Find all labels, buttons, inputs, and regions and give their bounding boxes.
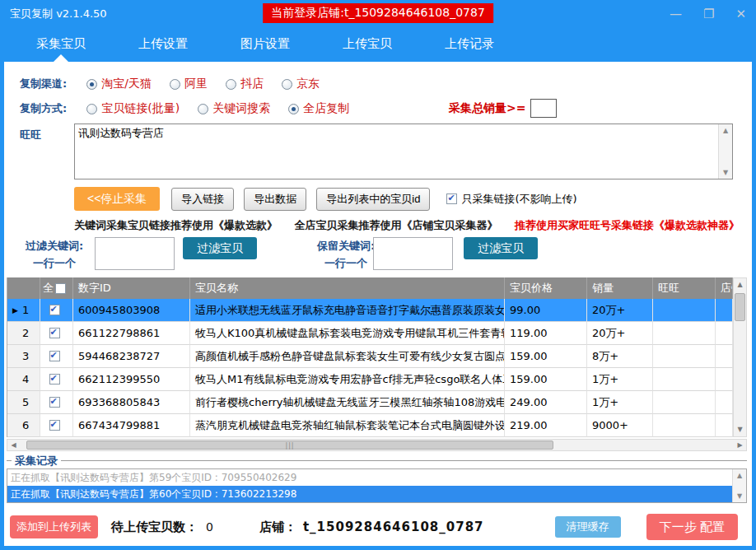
scroll-down-icon[interactable]: ▼ — [734, 423, 746, 436]
table-row[interactable]: ▶3 594468238727 高颜值机械手感粉色静音键盘鼠标套装女生可爱有线少… — [7, 345, 733, 368]
filter-items-button[interactable]: 过滤宝贝 — [183, 237, 257, 259]
tab-label: 图片设置 — [240, 36, 290, 51]
row-checkbox[interactable] — [49, 397, 60, 408]
radio-whole-store-copy[interactable]: 全店复制 — [288, 101, 349, 116]
filter-items-keep-button[interactable]: 过滤宝贝 — [464, 237, 538, 259]
row-checkbox[interactable] — [49, 328, 60, 338]
scrollbar-grip-icon: ||| — [285, 442, 294, 450]
table-row[interactable]: ▶2 661122798861 牧马人K100真机械键盘鼠标套装电竞游戏专用键鼠… — [7, 322, 733, 345]
scroll-down-icon[interactable]: ▼ — [719, 166, 732, 179]
tab-label: 上传宝贝 — [343, 36, 392, 51]
minimize-icon[interactable]: — — [670, 8, 682, 21]
select-all-checkbox-icon[interactable] — [55, 283, 66, 294]
scrollbar-thumb[interactable]: ||| — [26, 440, 553, 450]
radio-keyword-search[interactable]: 关键词搜索 — [198, 101, 270, 116]
cell-price: 159.00 — [505, 368, 587, 391]
cell-wangwang — [653, 368, 716, 391]
tab-label: 上传记录 — [445, 36, 494, 51]
scroll-up-icon[interactable]: ▲ — [734, 278, 746, 291]
add-to-upload-list-button[interactable]: 添加到上传列表 — [10, 515, 98, 538]
scroll-right-icon[interactable]: ▶ — [734, 441, 746, 449]
clear-cache-button[interactable]: 清理缓存 — [555, 516, 621, 538]
header-id: 数字ID — [73, 277, 190, 299]
collect-log-label: 采集记录 — [12, 454, 61, 468]
collect-log-list[interactable]: 正在抓取【讯则达数码专营店】第59个宝贝ID : 709550402629 正在… — [7, 468, 747, 503]
footer-bar: 添加到上传列表 待上传宝贝数： 0 店铺： t_1509284646108_07… — [7, 511, 749, 543]
row-checkbox[interactable] — [49, 305, 60, 315]
cell-shop — [716, 322, 733, 345]
tab-upload-items[interactable]: 上传宝贝 — [331, 28, 404, 62]
row-checkbox[interactable] — [49, 420, 60, 431]
collect-log-group: 采集记录 正在抓取【讯则达数码专营店】第59个宝贝ID : 7095504026… — [7, 460, 747, 503]
scrollbar-thumb[interactable] — [735, 293, 745, 321]
cell-price: 219.00 — [505, 414, 587, 437]
cell-name: 前行者樱桃cherry轴机械键盘无线蓝牙三模黑红轴茶轴108游戏电竞 — [190, 391, 505, 414]
row-checkbox[interactable] — [49, 351, 60, 361]
close-icon[interactable]: ✕ — [735, 8, 746, 21]
stop-collect-button[interactable]: <<停止采集 — [74, 187, 160, 211]
cell-name: 牧马人K100真机械键盘鼠标套装电竞游戏专用键鼠耳机三件套青轴茶轴... — [190, 322, 505, 345]
log-entry[interactable]: 正在抓取【讯则达数码专营店】第59个宝贝ID : 709550402629 — [7, 469, 732, 486]
tab-upload-settings[interactable]: 上传设置 — [127, 28, 199, 62]
pending-count-value: 0 — [206, 520, 213, 534]
pending-count-label: 待上传宝贝数： — [111, 520, 198, 535]
header-name: 宝贝名称 — [190, 277, 505, 299]
shop-value: t_1509284646108_0787 — [303, 520, 484, 534]
cell-sales: 8万+ — [587, 345, 653, 368]
cell-id: 594468238727 — [73, 345, 190, 368]
tab-upload-history[interactable]: 上传记录 — [433, 28, 506, 62]
table-header: 全 数字ID 宝贝名称 宝贝价格 销量 旺旺 店铺 — [7, 277, 733, 299]
radio-taobao-tmall[interactable]: 淘宝/天猫 — [86, 77, 152, 91]
log-entry[interactable]: 正在抓取【讯则达数码专营店】第60个宝贝ID : 713602213298 — [7, 486, 732, 502]
row-checkbox[interactable] — [49, 374, 60, 385]
table-row[interactable]: ▶6 667434799881 蒸汽朋克机械键盘电竞茶轴红轴鼠标套装笔记本台式电… — [7, 414, 733, 437]
tip-recommend: 推荐使用买家旺旺号采集链接《爆款选款神器》 — [515, 219, 740, 231]
keep-keywords-input[interactable] — [373, 237, 453, 270]
next-step-button[interactable]: 下一步 配置 — [646, 514, 738, 540]
radio-ali[interactable]: 阿里 — [170, 77, 208, 91]
radio-icon — [226, 79, 236, 90]
scroll-down-icon[interactable]: ▼ — [733, 490, 746, 502]
cell-wangwang — [653, 391, 716, 414]
header-shop: 店铺 — [716, 277, 733, 299]
table-horizontal-scrollbar[interactable]: ◀ ||| ▶ — [7, 439, 747, 451]
radio-jd[interactable]: 京东 — [282, 77, 320, 91]
export-data-button[interactable]: 导出数据 — [244, 188, 306, 211]
tab-label: 上传设置 — [138, 36, 188, 51]
header-select-all[interactable]: 全 — [40, 277, 73, 299]
maximize-icon[interactable]: ❐ — [703, 8, 714, 21]
radio-douyin[interactable]: 抖店 — [226, 77, 264, 91]
table-row[interactable]: ▶1 600945803908 适用小米联想无线蓝牙鼠标充电静音语音打字戴尔惠普… — [7, 299, 733, 322]
title-bar: 宝贝复制 v2.1.4.50 当前登录店铺:t_1509284646108_07… — [0, 0, 756, 28]
cell-sales: 9000+ — [587, 414, 653, 437]
cell-id: 693368805843 — [73, 391, 190, 414]
cell-sales: 1万+ — [587, 368, 653, 391]
wangwang-scrollbar[interactable]: ▲ ▼ — [718, 124, 732, 179]
scroll-up-icon[interactable]: ▲ — [733, 469, 746, 482]
scroll-left-icon[interactable]: ◀ — [7, 441, 20, 449]
wangwang-value: 讯则达数码专营店 — [78, 126, 716, 141]
scroll-up-icon[interactable]: ▲ — [719, 124, 732, 137]
app-title: 宝贝复制 v2.1.4.50 — [10, 7, 107, 21]
cell-shop — [716, 414, 733, 437]
only-collect-links-checkbox[interactable]: 只采集链接(不影响上传) — [446, 192, 576, 207]
cell-name: 蒸汽朋克机械键盘电竞茶轴红轴鼠标套装笔记本台式电脑圆键外设 — [190, 414, 505, 437]
radio-item-links-batch[interactable]: 宝贝链接(批量) — [86, 101, 180, 116]
table-row[interactable]: ▶4 662112399550 牧马人M1有线鼠标电竞游戏专用宏静音cf排无声轻… — [7, 368, 733, 391]
table-vertical-scrollbar[interactable]: ▲ ▼ — [733, 277, 747, 437]
tab-image-settings[interactable]: 图片设置 — [229, 28, 301, 62]
import-links-button[interactable]: 导入链接 — [171, 188, 234, 211]
cell-wangwang — [653, 322, 716, 345]
min-sales-input[interactable] — [530, 99, 557, 118]
radio-icon — [282, 79, 292, 90]
keep-keywords-label: 保留关键词: 一行一个 — [310, 239, 381, 271]
export-ids-button[interactable]: 导出列表中的宝贝id — [316, 188, 430, 211]
cell-price: 119.00 — [505, 322, 587, 345]
table-row[interactable]: ▶5 693368805843 前行者樱桃cherry轴机械键盘无线蓝牙三模黑红… — [7, 391, 733, 414]
tab-collect[interactable]: 采集宝贝 — [25, 28, 97, 62]
exclude-keywords-input[interactable] — [95, 237, 175, 270]
wangwang-textarea[interactable]: 讯则达数码专营店 ▲ ▼ — [74, 124, 733, 179]
window-controls: — ❐ ✕ — [670, 8, 746, 21]
log-scrollbar[interactable]: ▲ ▼ — [732, 469, 746, 502]
header-row-number — [7, 277, 40, 299]
